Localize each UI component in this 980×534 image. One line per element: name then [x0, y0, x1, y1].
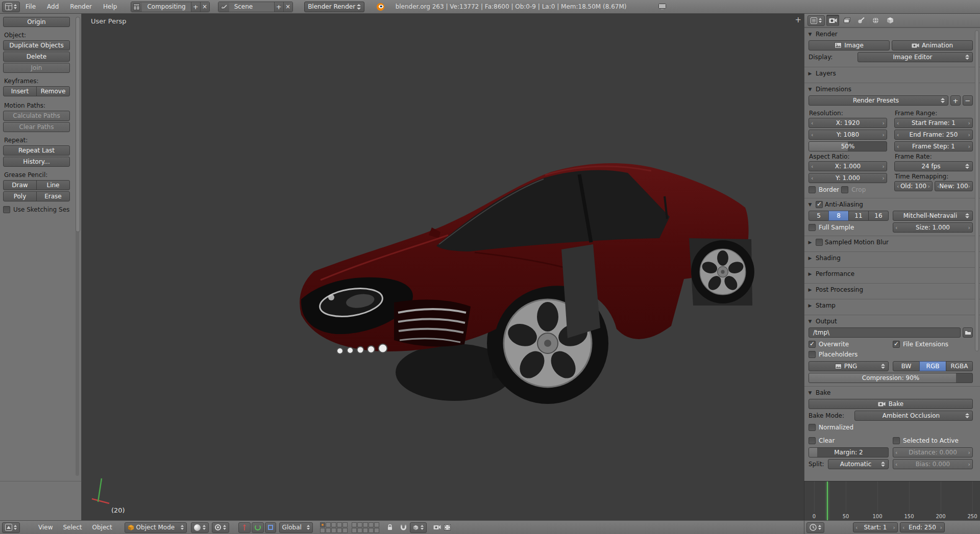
resolution-y-field[interactable]: Y: 1080: [808, 130, 887, 140]
preset-remove-button[interactable]: [963, 95, 973, 106]
timeline-end-field[interactable]: End: 250: [900, 522, 945, 532]
menu-view[interactable]: View: [33, 524, 58, 531]
performance-panel-header[interactable]: ▶ Performance: [807, 268, 973, 280]
split-dropdown[interactable]: Automatic: [828, 459, 889, 469]
layer-toggle[interactable]: [342, 528, 348, 533]
orientation-dropdown[interactable]: Global: [279, 522, 313, 533]
remove-keyframe-button[interactable]: Remove: [36, 86, 70, 96]
render-panel-header[interactable]: ▼ Render: [807, 28, 973, 40]
layer-toggle[interactable]: [357, 528, 362, 533]
screen-layout-name[interactable]: Compositing: [142, 2, 190, 12]
join-button[interactable]: Join: [3, 63, 70, 73]
motion-blur-checkbox[interactable]: [816, 237, 823, 247]
tab-render-layers[interactable]: [841, 15, 853, 26]
clear-checkbox[interactable]: Clear: [808, 436, 889, 446]
start-frame-field[interactable]: Start Frame: 1: [894, 118, 973, 128]
menu-file[interactable]: File: [20, 0, 41, 13]
layer-toggle[interactable]: [320, 522, 325, 527]
compression-slider[interactable]: Compression: 90%: [808, 373, 973, 383]
layer-toggle[interactable]: [326, 522, 331, 527]
aa-size-field[interactable]: Size: 1.000: [893, 222, 973, 233]
bias-field[interactable]: Bias: 0.000: [893, 459, 973, 469]
full-sample-checkbox[interactable]: Full Sample: [808, 222, 889, 233]
clear-paths-button[interactable]: Clear Paths: [3, 122, 70, 132]
aa-samples-8-button[interactable]: 8: [828, 211, 849, 221]
browse-scene-icon[interactable]: [218, 2, 229, 12]
file-extensions-checkbox[interactable]: File Extensions: [893, 339, 973, 349]
aa-samples-5-button[interactable]: 5: [808, 211, 829, 221]
placeholders-checkbox[interactable]: Placeholders: [808, 349, 973, 360]
editor-type-button[interactable]: [2, 2, 20, 12]
layer-toggle[interactable]: [369, 528, 374, 533]
menu-select[interactable]: Select: [58, 524, 87, 531]
post-processing-panel-header[interactable]: ▶ Post Processing: [807, 284, 973, 296]
layer-toggle[interactable]: [352, 528, 357, 533]
browse-layout-icon[interactable]: [131, 2, 142, 12]
repeat-last-button[interactable]: Repeat Last: [3, 145, 70, 156]
layer-toggle[interactable]: [374, 522, 379, 527]
duplicate-objects-button[interactable]: Duplicate Objects: [3, 40, 70, 50]
stamp-panel-header[interactable]: ▶ Stamp: [807, 299, 973, 312]
aa-filter-dropdown[interactable]: Mitchell-Netravali: [893, 211, 973, 221]
browse-folder-button[interactable]: [963, 327, 973, 338]
viewport-3d[interactable]: User Persp (20): [82, 14, 804, 520]
layer-toggle[interactable]: [337, 528, 342, 533]
fps-dropdown[interactable]: 24 fps: [894, 161, 973, 171]
bake-button[interactable]: Bake: [808, 399, 973, 409]
overwrite-checkbox[interactable]: Overwrite: [808, 339, 889, 349]
lock-button[interactable]: [385, 522, 395, 533]
time-remap-new-field[interactable]: New: 100: [935, 181, 973, 191]
dimensions-panel-header[interactable]: ▼ Dimensions: [807, 83, 973, 95]
render-image-button[interactable]: Image: [808, 40, 890, 50]
frame-step-field[interactable]: Frame Step: 1: [894, 141, 973, 151]
end-frame-field[interactable]: End Frame: 250: [894, 130, 973, 140]
output-panel-header[interactable]: ▼ Output: [807, 315, 973, 327]
tab-world[interactable]: [869, 15, 882, 26]
render-animation-button[interactable]: Animation: [892, 40, 973, 50]
timeline-playhead[interactable]: [827, 481, 828, 520]
color-mode-bw-button[interactable]: BW: [893, 361, 920, 371]
distance-field[interactable]: Distance: 0.000: [893, 447, 973, 457]
selected-to-active-checkbox[interactable]: Selected to Active: [893, 436, 973, 446]
tab-object[interactable]: [884, 15, 896, 26]
manipulator-translate-button[interactable]: [238, 522, 251, 533]
bake-panel-header[interactable]: ▼ Bake: [807, 387, 973, 399]
layer-toggle[interactable]: [374, 528, 379, 533]
scene-name[interactable]: Scene: [229, 2, 274, 12]
delete-button[interactable]: Delete: [3, 52, 70, 62]
layer-toggle[interactable]: [326, 528, 331, 533]
history-button[interactable]: History...: [3, 157, 70, 167]
manipulator-rotate-button[interactable]: [252, 522, 264, 533]
add-scene-button[interactable]: [274, 2, 283, 12]
aa-samples-16-button[interactable]: 16: [868, 211, 889, 221]
mode-dropdown[interactable]: Object Mode: [125, 522, 187, 533]
opengl-render-still-button[interactable]: [432, 522, 443, 533]
menu-render[interactable]: Render: [64, 0, 97, 13]
delete-layout-button[interactable]: [200, 2, 209, 12]
layer-toggle[interactable]: [342, 522, 348, 527]
resolution-x-field[interactable]: X: 1920: [808, 118, 887, 128]
manipulator-scale-button[interactable]: [265, 522, 276, 533]
color-mode-rgb-button[interactable]: RGB: [919, 361, 946, 371]
layer-toggle[interactable]: [337, 522, 342, 527]
sampled-motion-blur-header[interactable]: ▶ Sampled Motion Blur: [807, 236, 973, 248]
add-layout-button[interactable]: [191, 2, 200, 12]
insert-keyframe-button[interactable]: Insert: [3, 86, 37, 96]
anti-aliasing-panel-header[interactable]: ▼ Anti-Aliasing: [807, 198, 973, 211]
monitor-icon[interactable]: [657, 2, 668, 12]
aspect-x-field[interactable]: X: 1.000: [808, 161, 887, 171]
margin-slider[interactable]: Margin: 2: [808, 447, 889, 457]
menu-help[interactable]: Help: [97, 0, 122, 13]
timeline-start-field[interactable]: Start: 1: [853, 522, 898, 532]
layer-toggle[interactable]: [331, 522, 336, 527]
shading-panel-header[interactable]: ▶ Shading: [807, 252, 973, 264]
tab-render[interactable]: [826, 15, 839, 26]
use-sketching-checkbox[interactable]: Use Sketching Sessio: [3, 205, 70, 215]
render-engine-dropdown[interactable]: Blender Render: [304, 2, 364, 12]
layer-toggle[interactable]: [331, 528, 336, 533]
layer-toggle[interactable]: [320, 528, 325, 533]
render-presets-dropdown[interactable]: Render Presets: [808, 95, 948, 106]
origin-button[interactable]: Origin: [3, 17, 70, 27]
border-checkbox[interactable]: Border: [808, 185, 839, 195]
pivot-point-dropdown[interactable]: [212, 522, 229, 533]
